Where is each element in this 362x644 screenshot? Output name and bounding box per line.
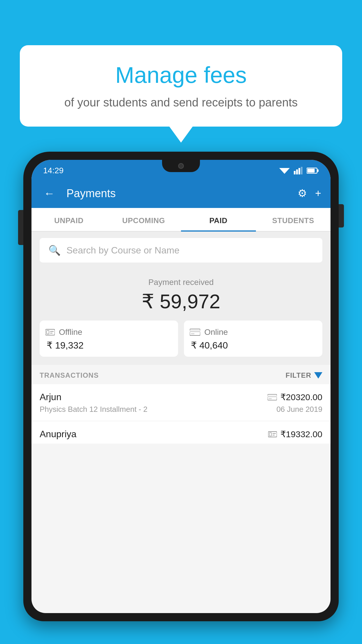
payment-total-amount: ₹ 59,972	[40, 290, 322, 313]
svg-rect-4	[301, 167, 303, 174]
app-background: Manage fees of your students and send re…	[0, 0, 362, 644]
phone-screen: 14:29	[31, 160, 331, 613]
svg-rect-3	[298, 168, 300, 174]
battery-icon	[307, 167, 319, 174]
speech-bubble: Manage fees of your students and send re…	[20, 45, 342, 127]
svg-rect-13	[190, 330, 200, 332]
plus-icon[interactable]: +	[315, 187, 321, 200]
svg-rect-14	[191, 333, 194, 334]
back-button[interactable]: ←	[41, 184, 58, 203]
payment-received-label: Payment received	[40, 278, 322, 287]
transaction-bottom-row: Physics Batch 12 Installment - 2 06 June…	[40, 405, 322, 414]
transaction-amount: ₹20320.00	[280, 392, 322, 402]
transaction-list: Arjun ₹20320.00 Physics	[31, 384, 331, 444]
transaction-amount-2: ₹19332.00	[280, 429, 322, 439]
online-card-header: Online	[190, 328, 228, 337]
app-bar-actions: ⚙ +	[298, 187, 321, 200]
svg-rect-1	[294, 171, 296, 174]
tabs-bar: UNPAID UPCOMING PAID STUDENTS	[31, 208, 331, 232]
transaction-course: Physics Batch 12 Installment - 2	[40, 405, 147, 414]
cash-icon	[45, 328, 55, 336]
search-bar[interactable]: 🔍 Search by Course or Name	[40, 238, 322, 262]
svg-rect-8	[45, 329, 55, 335]
tab-unpaid[interactable]: UNPAID	[31, 208, 106, 231]
svg-rect-9	[47, 330, 49, 334]
svg-rect-2	[296, 169, 298, 174]
filter-triangle-icon	[314, 372, 322, 379]
transaction-name: Arjun	[40, 392, 61, 402]
svg-rect-17	[268, 398, 272, 399]
gear-icon[interactable]: ⚙	[298, 187, 307, 200]
transaction-amount-row: ₹20320.00	[268, 392, 322, 402]
transactions-header: TRANSACTIONS FILTER	[31, 365, 331, 384]
filter-button[interactable]: FILTER	[286, 371, 322, 379]
tab-paid[interactable]: PAID	[181, 208, 256, 231]
tab-upcoming[interactable]: UPCOMING	[106, 208, 181, 231]
app-bar-title: Payments	[66, 187, 292, 200]
transaction-amount-partial: ₹19332.00	[268, 429, 322, 439]
offline-amount: ₹ 19,332	[47, 340, 84, 351]
table-row[interactable]: Anupriya ₹19332.00	[31, 421, 331, 444]
payment-summary: Payment received ₹ 59,972	[31, 269, 331, 365]
offline-card: Offline ₹ 19,332	[40, 321, 178, 357]
cash-payment-icon	[268, 430, 277, 438]
search-icon: 🔍	[48, 244, 61, 256]
notch-camera	[178, 163, 184, 169]
speech-bubble-container: Manage fees of your students and send re…	[20, 45, 342, 143]
online-payment-icon	[268, 394, 277, 401]
svg-marker-0	[279, 168, 290, 174]
offline-card-header: Offline	[45, 328, 82, 337]
svg-rect-16	[268, 396, 277, 397]
search-container: 🔍 Search by Course or Name	[31, 232, 331, 269]
payment-cards: Offline ₹ 19,332 Online	[40, 321, 322, 357]
status-icons	[279, 167, 319, 174]
bubble-subtitle: of your students and send receipts to pa…	[40, 94, 322, 111]
bubble-title: Manage fees	[40, 63, 322, 88]
signal-icon	[294, 167, 303, 174]
svg-rect-18	[268, 431, 277, 437]
tab-students[interactable]: STUDENTS	[256, 208, 331, 231]
wifi-icon	[279, 167, 290, 174]
svg-rect-6	[317, 169, 319, 172]
phone-outer: 14:29	[23, 152, 339, 621]
filter-label: FILTER	[286, 371, 311, 379]
transaction-date: 06 June 2019	[276, 405, 322, 414]
transactions-label: TRANSACTIONS	[40, 371, 99, 379]
svg-rect-19	[269, 433, 271, 436]
phone-container: 14:29	[23, 152, 339, 644]
notch	[162, 160, 200, 172]
online-card: Online ₹ 40,640	[184, 321, 322, 357]
app-bar: ← Payments ⚙ +	[31, 179, 331, 208]
bubble-arrow	[169, 127, 193, 143]
svg-rect-7	[307, 169, 315, 172]
card-icon	[190, 328, 200, 336]
table-row[interactable]: Arjun ₹20320.00 Physics	[31, 384, 331, 421]
offline-label: Offline	[59, 328, 82, 337]
transaction-top-row: Arjun ₹20320.00	[40, 392, 322, 402]
online-amount: ₹ 40,640	[191, 340, 228, 351]
online-label: Online	[204, 328, 228, 337]
search-placeholder: Search by Course or Name	[66, 245, 180, 256]
status-time: 14:29	[43, 166, 64, 175]
transaction-name-partial: Anupriya	[40, 429, 76, 440]
